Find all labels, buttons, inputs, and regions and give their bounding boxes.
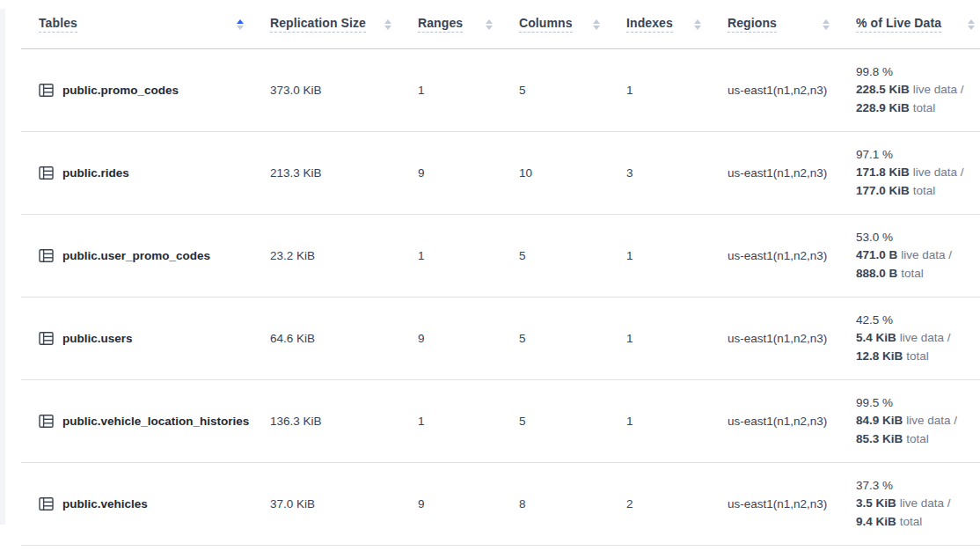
sort-carets-icon[interactable] xyxy=(237,19,244,30)
live-percent: 42.5 % xyxy=(856,312,975,330)
live-percent: 99.5 % xyxy=(856,394,975,413)
sort-carets-icon[interactable] xyxy=(694,19,701,30)
table-name-link[interactable]: public.rides xyxy=(62,166,129,180)
cell-columns: 5 xyxy=(498,49,605,132)
cell-table-name: public.vehicle_location_histories xyxy=(21,380,249,463)
cell-live-data: 99.8 % 228.5 KiBlive data / 228.9 KiBtot… xyxy=(835,49,980,132)
column-header-ranges[interactable]: Ranges xyxy=(397,0,498,49)
cell-indexes: 1 xyxy=(605,49,706,132)
table-icon xyxy=(39,165,54,180)
column-label-live-data[interactable]: % of Live Data xyxy=(856,16,941,33)
column-header-live-data[interactable]: % of Live Data xyxy=(835,0,980,49)
total-size-line: 228.9 KiBtotal xyxy=(856,99,975,118)
cell-table-name: public.rides xyxy=(21,132,249,215)
tables-grid: Tables Replication Size Ranges xyxy=(21,0,980,546)
total-size-line: 12.8 KiBtotal xyxy=(856,348,975,366)
cell-table-name: public.promo_codes xyxy=(21,49,249,132)
cell-replication-size: 213.3 KiB xyxy=(249,132,397,215)
table-row: public.user_promo_codes 23.2 KiB 1 5 1 u… xyxy=(21,215,980,298)
table-row: public.users 64.6 KiB 9 5 1 us-east1(n1,… xyxy=(21,298,980,380)
live-size-line: 5.4 KiBlive data / xyxy=(856,329,975,348)
live-size-line: 471.0 Blive data / xyxy=(856,246,975,265)
cell-ranges: 1 xyxy=(397,49,498,132)
table-icon xyxy=(39,83,54,98)
column-label-regions[interactable]: Regions xyxy=(728,16,777,33)
live-percent: 97.1 % xyxy=(856,146,975,165)
live-percent: 37.3 % xyxy=(856,477,975,496)
column-header-tables[interactable]: Tables xyxy=(21,0,249,49)
cell-replication-size: 373.0 KiB xyxy=(249,49,397,132)
total-size-line: 9.4 KiBtotal xyxy=(856,513,975,532)
table-icon xyxy=(39,414,54,429)
cell-indexes: 1 xyxy=(605,380,706,463)
column-label-columns[interactable]: Columns xyxy=(519,16,573,33)
cell-table-name: public.user_promo_codes xyxy=(21,215,249,298)
cell-columns: 5 xyxy=(498,380,605,463)
cell-regions: us-east1(n1,n2,n3) xyxy=(706,463,835,546)
table-icon xyxy=(39,496,54,511)
cell-regions: us-east1(n1,n2,n3) xyxy=(706,49,835,132)
cell-live-data: 42.5 % 5.4 KiBlive data / 12.8 KiBtotal xyxy=(835,298,980,380)
table-icon xyxy=(39,248,54,263)
cell-ranges: 1 xyxy=(397,215,498,298)
cell-indexes: 1 xyxy=(605,215,706,298)
total-size-line: 888.0 Btotal xyxy=(856,265,975,283)
sort-carets-icon[interactable] xyxy=(593,19,600,30)
live-size-line: 84.9 KiBlive data / xyxy=(856,412,975,430)
total-size-line: 177.0 KiBtotal xyxy=(856,182,975,201)
cell-replication-size: 37.0 KiB xyxy=(249,463,397,546)
live-size-line: 171.8 KiBlive data / xyxy=(856,164,975,182)
cell-live-data: 37.3 % 3.5 KiBlive data / 9.4 KiBtotal xyxy=(835,463,980,546)
cell-table-name: public.users xyxy=(21,298,249,380)
cell-regions: us-east1(n1,n2,n3) xyxy=(706,132,835,215)
cell-replication-size: 64.6 KiB xyxy=(249,298,397,380)
sort-carets-icon[interactable] xyxy=(968,19,975,30)
cell-columns: 8 xyxy=(498,463,605,546)
page-gutter xyxy=(0,9,5,525)
total-size-line: 85.3 KiBtotal xyxy=(856,430,975,449)
live-size-line: 3.5 KiBlive data / xyxy=(856,495,975,513)
live-size-line: 228.5 KiBlive data / xyxy=(856,81,975,99)
cell-live-data: 99.5 % 84.9 KiBlive data / 85.3 KiBtotal xyxy=(835,380,980,463)
table-name-link[interactable]: public.promo_codes xyxy=(62,84,179,97)
cell-ranges: 9 xyxy=(397,298,498,380)
tables-page: Tables Replication Size Ranges xyxy=(0,0,980,551)
cell-regions: us-east1(n1,n2,n3) xyxy=(706,215,835,298)
sort-carets-icon[interactable] xyxy=(384,19,391,30)
live-percent: 53.0 % xyxy=(856,229,975,247)
live-percent: 99.8 % xyxy=(856,63,975,82)
table-name-link[interactable]: public.users xyxy=(62,332,133,345)
column-label-replication-size[interactable]: Replication Size xyxy=(270,16,366,33)
cell-replication-size: 23.2 KiB xyxy=(249,215,397,298)
cell-columns: 5 xyxy=(498,215,605,298)
table-row: public.promo_codes 373.0 KiB 1 5 1 us-ea… xyxy=(21,49,980,132)
table-row: public.vehicles 37.0 KiB 9 8 2 us-east1(… xyxy=(21,463,980,546)
table-name-link[interactable]: public.vehicle_location_histories xyxy=(62,415,249,428)
column-header-indexes[interactable]: Indexes xyxy=(605,0,706,49)
cell-ranges: 9 xyxy=(397,132,498,215)
cell-live-data: 97.1 % 171.8 KiBlive data / 177.0 KiBtot… xyxy=(835,132,980,215)
cell-ranges: 9 xyxy=(397,463,498,546)
cell-indexes: 3 xyxy=(605,132,706,215)
column-header-regions[interactable]: Regions xyxy=(706,0,835,49)
cell-replication-size: 136.3 KiB xyxy=(249,380,397,463)
table-row: public.vehicle_location_histories 136.3 … xyxy=(21,380,980,463)
table-row: public.rides 213.3 KiB 9 10 3 us-east1(n… xyxy=(21,132,980,215)
cell-columns: 5 xyxy=(498,298,605,380)
sort-carets-icon[interactable] xyxy=(486,19,493,30)
cell-regions: us-east1(n1,n2,n3) xyxy=(706,380,835,463)
table-name-link[interactable]: public.user_promo_codes xyxy=(62,249,210,262)
column-label-ranges[interactable]: Ranges xyxy=(418,16,463,33)
sort-carets-icon[interactable] xyxy=(823,19,830,30)
table-name-link[interactable]: public.vehicles xyxy=(62,497,148,511)
cell-table-name: public.vehicles xyxy=(21,463,249,546)
cell-indexes: 2 xyxy=(605,463,706,546)
column-label-tables[interactable]: Tables xyxy=(39,16,77,33)
header-row: Tables Replication Size Ranges xyxy=(21,0,980,49)
table-icon xyxy=(39,331,54,346)
column-header-replication-size[interactable]: Replication Size xyxy=(249,0,397,49)
column-label-indexes[interactable]: Indexes xyxy=(626,16,673,33)
cell-regions: us-east1(n1,n2,n3) xyxy=(706,298,835,380)
column-header-columns[interactable]: Columns xyxy=(498,0,605,49)
cell-ranges: 1 xyxy=(397,380,498,463)
